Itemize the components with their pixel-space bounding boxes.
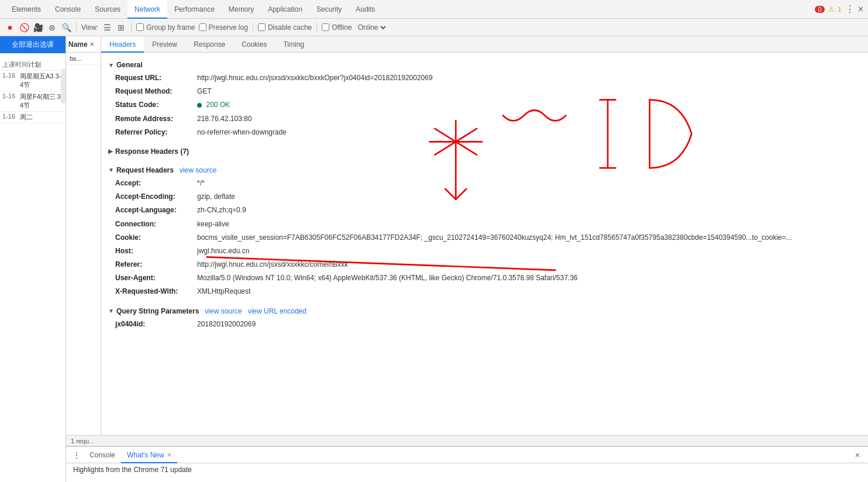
tab-performance[interactable]: Performance — [167, 0, 222, 19]
record-button[interactable]: ● — [5, 22, 15, 33]
tab-security[interactable]: Security — [309, 0, 349, 19]
group-by-frame-label: Group by frame — [146, 23, 195, 32]
tab-network[interactable]: Network — [128, 0, 167, 19]
warning-icon: ⚠ — [828, 5, 835, 13]
disable-cache-checkbox[interactable] — [258, 23, 266, 31]
camera-button[interactable]: 🎥 — [33, 22, 43, 33]
preserve-log-label: Preserve log — [209, 23, 248, 32]
tab-memory[interactable]: Memory — [222, 0, 261, 19]
tab-sources[interactable]: Sources — [88, 0, 128, 19]
toolbar-divider-3 — [253, 22, 253, 33]
view-grid-icon[interactable]: ⊞ — [116, 22, 126, 33]
preserve-log-group: Preserve log — [199, 23, 248, 32]
toolbar-divider-2 — [131, 22, 132, 33]
devtools-top-bar: Elements Console Sources Network Perform… — [0, 0, 868, 19]
main-tab-list: Elements Console Sources Network Perform… — [5, 0, 383, 19]
warning-badge: 1 — [838, 6, 842, 13]
group-by-frame-checkbox[interactable] — [136, 23, 144, 31]
close-devtools-icon[interactable]: × — [858, 4, 863, 15]
more-menu-icon[interactable]: ⋮ — [845, 4, 855, 15]
offline-checkbox[interactable] — [322, 23, 329, 31]
search-button[interactable]: 🔍 — [61, 22, 71, 33]
network-throttle-select[interactable]: Online — [356, 23, 388, 32]
filter-button[interactable]: ⊛ — [47, 22, 57, 33]
offline-group: Offline — [322, 23, 352, 32]
tab-console[interactable]: Console — [48, 0, 88, 19]
disable-cache-group: Disable cache — [258, 23, 312, 32]
top-right-controls: 0 ⚠ 1 ⋮ × — [815, 4, 863, 15]
tab-audits[interactable]: Audits — [349, 0, 382, 19]
offline-label: Offline — [332, 23, 352, 32]
group-by-frame-group: Group by frame — [136, 23, 195, 32]
clear-button[interactable]: 🚫 — [19, 22, 29, 33]
toolbar-divider — [76, 22, 77, 33]
view-list-icon[interactable]: ☰ — [102, 22, 112, 33]
error-badge: 0 — [815, 6, 824, 13]
disable-cache-label: Disable cache — [268, 23, 312, 32]
view-label: View: — [81, 23, 98, 32]
preserve-log-checkbox[interactable] — [199, 23, 206, 31]
tab-application[interactable]: Application — [261, 0, 309, 19]
tab-elements[interactable]: Elements — [5, 0, 48, 19]
toolbar-divider-4 — [316, 22, 317, 33]
network-toolbar: ● 🚫 🎥 ⊛ 🔍 View: ☰ ⊞ Group by frame Prese… — [0, 19, 868, 36]
